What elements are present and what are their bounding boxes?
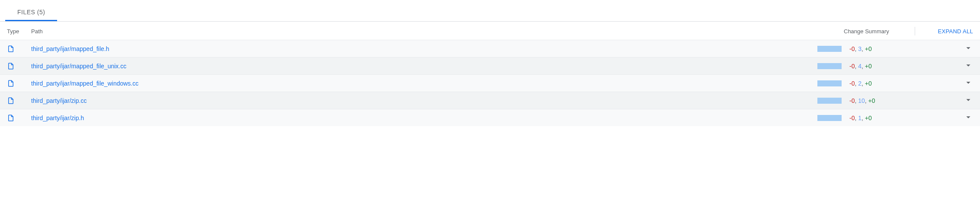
modified-count: 10 [858, 97, 865, 104]
tab-files[interactable]: FILES (5) [5, 4, 57, 21]
sep: , [862, 45, 865, 52]
chevron-down-icon [964, 61, 973, 71]
header-path: Path [31, 28, 844, 35]
expand-all-button[interactable]: EXPAND ALL [921, 28, 973, 35]
file-icon [7, 44, 31, 54]
modified-count: 2 [858, 80, 862, 87]
sep: , [862, 63, 865, 70]
chevron-down-icon [964, 95, 973, 106]
change-bar [817, 115, 842, 121]
deleted-count: -0 [849, 97, 855, 104]
deleted-count: -0 [849, 45, 855, 52]
modified-count: 1 [858, 115, 862, 121]
added-count: +0 [865, 80, 872, 87]
file-icon [7, 113, 31, 123]
file-path-link[interactable]: third_party/ijar/zip.h [31, 115, 817, 121]
change-summary: -0, 1, +0 [817, 115, 947, 121]
sep: , [862, 80, 865, 87]
file-row[interactable]: third_party/ijar/zip.h-0, 1, +0 [0, 109, 980, 126]
sep: , [865, 97, 868, 104]
change-deltas: -0, 3, +0 [849, 45, 872, 52]
file-list-header: Type Path Change Summary EXPAND ALL [0, 22, 980, 40]
file-row[interactable]: third_party/ijar/mapped_file_windows.cc-… [0, 74, 980, 92]
change-bar [817, 80, 842, 86]
file-path-link[interactable]: third_party/ijar/mapped_file_windows.cc [31, 80, 817, 87]
change-summary: -0, 3, +0 [817, 45, 947, 52]
change-deltas: -0, 2, +0 [849, 80, 872, 87]
change-bar [817, 63, 842, 69]
change-bar [817, 46, 842, 52]
file-row[interactable]: third_party/ijar/mapped_file.h-0, 3, +0 [0, 40, 980, 57]
file-path-link[interactable]: third_party/ijar/mapped_file_unix.cc [31, 63, 817, 70]
change-summary: -0, 4, +0 [817, 63, 947, 70]
file-row[interactable]: third_party/ijar/zip.cc-0, 10, +0 [0, 92, 980, 109]
file-icon [7, 79, 31, 88]
expand-row-button[interactable] [947, 43, 973, 54]
expand-row-button[interactable] [947, 61, 973, 71]
tabs-bar: FILES (5) [0, 0, 980, 22]
chevron-down-icon [964, 78, 973, 89]
header-divider [915, 27, 915, 35]
change-deltas: -0, 10, +0 [849, 97, 875, 104]
chevron-down-icon [964, 112, 973, 123]
deleted-count: -0 [849, 80, 855, 87]
change-deltas: -0, 4, +0 [849, 63, 872, 70]
file-row[interactable]: third_party/ijar/mapped_file_unix.cc-0, … [0, 57, 980, 74]
header-change-summary: Change Summary [844, 28, 909, 35]
change-summary: -0, 10, +0 [817, 97, 947, 104]
change-summary: -0, 2, +0 [817, 80, 947, 87]
added-count: +0 [868, 97, 875, 104]
sep: , [862, 115, 865, 121]
expand-row-button[interactable] [947, 112, 973, 123]
file-icon [7, 61, 31, 71]
added-count: +0 [865, 115, 872, 121]
modified-count: 4 [858, 63, 862, 70]
file-list: third_party/ijar/mapped_file.h-0, 3, +0t… [0, 40, 980, 126]
deleted-count: -0 [849, 115, 855, 121]
expand-row-button[interactable] [947, 78, 973, 89]
tab-files-count: 5 [39, 9, 43, 16]
added-count: +0 [865, 45, 872, 52]
added-count: +0 [865, 63, 872, 70]
file-icon [7, 96, 31, 105]
deleted-count: -0 [849, 63, 855, 70]
file-path-link[interactable]: third_party/ijar/zip.cc [31, 97, 817, 104]
header-type: Type [7, 28, 31, 35]
chevron-down-icon [964, 43, 973, 54]
change-deltas: -0, 1, +0 [849, 115, 872, 121]
file-path-link[interactable]: third_party/ijar/mapped_file.h [31, 45, 817, 52]
tab-files-label: FILES [17, 9, 35, 16]
expand-row-button[interactable] [947, 95, 973, 106]
modified-count: 3 [858, 45, 862, 52]
change-bar [817, 98, 842, 104]
